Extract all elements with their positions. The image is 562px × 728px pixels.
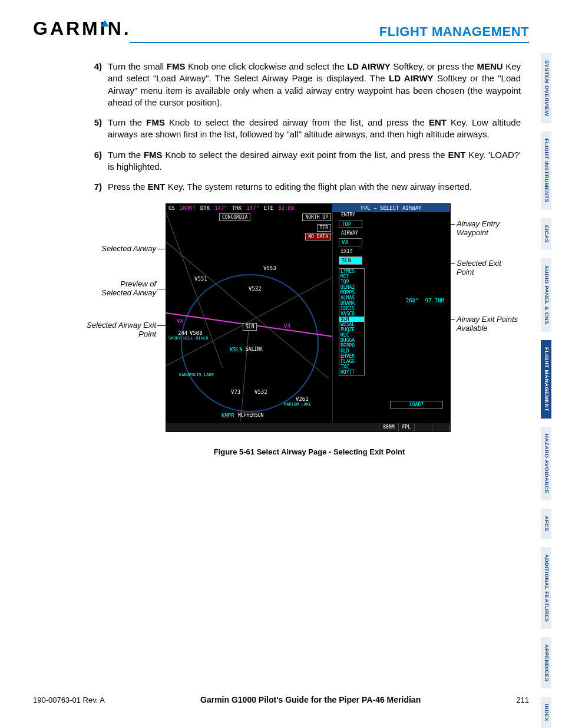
section-tab[interactable]: FLIGHT MANAGEMENT [541, 340, 551, 419]
list-item[interactable]: WESAL [339, 322, 364, 327]
callout-selected-airway: Selected Airway [56, 245, 156, 253]
section-tab[interactable]: FLIGHT INSTRUMENTS [541, 131, 551, 210]
step-text: Turn the FMS Knob to select the desired … [108, 117, 521, 141]
g1000-screen: GS184KT DTK147° TRK147° ETE02:09 FPL − S… [166, 203, 451, 432]
softkey-bar: 80NM FPL [166, 423, 450, 431]
step-text: Press the ENT Key. The system returns to… [108, 181, 521, 193]
section-tab[interactable]: AUDIO PANEL & CNS [541, 258, 551, 331]
logo-dot: . [124, 18, 129, 39]
step: 4)Turn the small FMS Knob one click cloc… [91, 61, 521, 108]
nav-map: CONCORDIA NORTH UP TFR NO DATA V551 V553… [166, 212, 333, 421]
list-item[interactable]: DRAMA [339, 301, 364, 306]
doc-number: 190-00763-01 Rev. A [33, 696, 105, 704]
step-number: 7) [91, 181, 108, 193]
list-item[interactable]: ULNAZ [339, 285, 364, 290]
section-title: FLIGHT MANAGEMENT [379, 24, 529, 39]
list-item[interactable]: GLD [339, 348, 364, 354]
load-prompt[interactable]: LOAD? [390, 401, 443, 409]
list-item[interactable]: HOYTT [339, 370, 364, 375]
list-item[interactable]: ALMAS [339, 295, 364, 301]
top-data-bar: GS184KT DTK147° TRK147° ETE02:09 FPL − S… [166, 204, 450, 212]
list-item[interactable]: VASCO [339, 311, 364, 317]
list-item[interactable]: TXC [339, 364, 364, 370]
callout-exit-point-left: Selected Airway Exit Point [56, 321, 156, 338]
list-item[interactable]: PUQZE [339, 327, 364, 332]
list-item[interactable]: EHVER [339, 354, 364, 359]
figure-wrap: Selected Airway Preview of Selected Airw… [91, 203, 521, 457]
list-item[interactable]: CEKIS [339, 306, 364, 311]
section-tab[interactable]: SYSTEM OVERVIEW [541, 53, 551, 123]
page-number: 211 [516, 696, 529, 704]
step: 5)Turn the FMS Knob to select the desire… [91, 117, 521, 141]
list-item[interactable]: DUGGA [339, 338, 364, 343]
section-tabs: SYSTEM OVERVIEWFLIGHT INSTRUMENTSEICASAU… [541, 53, 562, 728]
airway-field[interactable]: V4 [339, 238, 362, 246]
step-number: 6) [91, 149, 108, 173]
section-tab[interactable]: AFCS [541, 509, 551, 539]
list-item[interactable]: LYMES [339, 269, 364, 274]
exit-field[interactable]: SLN [339, 256, 362, 265]
callout-exit-points-avail: Airway Exit Points Available [457, 315, 518, 332]
step-number: 4) [91, 61, 108, 108]
section-tab[interactable]: EICAS [541, 218, 551, 250]
page-footer: 190-00763-01 Rev. A Garmin G1000 Pilot's… [33, 695, 529, 704]
callout-preview-airway: Preview of Selected Airway [56, 280, 156, 297]
doc-title: Garmin G1000 Pilot's Guide for the Piper… [200, 695, 421, 704]
bearing-distance: 260° 97.7NM [406, 298, 444, 304]
list-item[interactable]: TOP [339, 279, 364, 285]
section-tab[interactable]: APPENDICES [541, 637, 551, 689]
figure-caption: Figure 5-61 Select Airway Page - Selecti… [91, 447, 527, 457]
list-item[interactable]: FLAGG [339, 359, 364, 364]
logo-text: GARMIN [33, 18, 124, 39]
entry-field[interactable]: TOP [339, 220, 362, 228]
callout-entry-waypoint: Airway Entry Waypoint [457, 220, 521, 237]
section-tab[interactable]: ADDITIONAL FEATURES [541, 547, 551, 629]
section-tab[interactable]: HAZARD AVOIDANCE [541, 427, 551, 501]
list-item[interactable]: PEPPO [339, 343, 364, 348]
list-item[interactable]: MOPPS [339, 290, 364, 295]
garmin-logo: GARMIN . [33, 18, 137, 39]
exit-point-list[interactable]: LYMESMCITOPULNAZMOPPSALMASDRAMACEKISVASC… [339, 268, 365, 375]
section-tab[interactable]: INDEX [541, 697, 551, 728]
logo-triangle-icon [101, 20, 109, 27]
page-header: GARMIN . FLIGHT MANAGEMENT [0, 0, 562, 39]
select-airway-panel: ENTRY TOP AIRWAY V4 EXIT SLN LYMESMCITOP… [332, 212, 450, 421]
step: 7)Press the ENT Key. The system returns … [91, 181, 521, 193]
callout-selected-exit: Selected Exit Point [457, 259, 521, 276]
list-item[interactable]: HLC [339, 332, 364, 338]
step-text: Turn the small FMS Knob one click clockw… [108, 61, 521, 108]
body-content: 4)Turn the small FMS Knob one click cloc… [0, 43, 562, 457]
list-item[interactable]: MCI [339, 274, 364, 279]
step: 6)Turn the FMS Knob to select the desire… [91, 149, 521, 173]
fpl-title: FPL − SELECT AIRWAY [332, 204, 450, 212]
list-item[interactable]: SLN [339, 317, 364, 322]
step-number: 5) [91, 117, 108, 141]
step-text: Turn the FMS Knob to select the desired … [108, 149, 521, 173]
